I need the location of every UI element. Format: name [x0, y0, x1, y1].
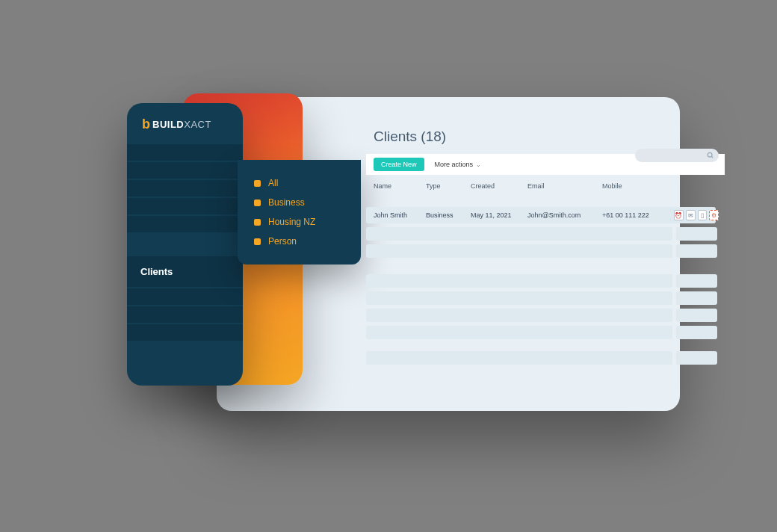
brand-icon: b: [142, 117, 150, 132]
cell-created: May 11, 2021: [471, 211, 527, 219]
more-actions-dropdown[interactable]: More actions ⌄: [435, 161, 482, 168]
svg-line-1: [711, 156, 713, 158]
row-actions-placeholder: [676, 351, 717, 365]
sidebar-nav: Clients: [127, 144, 243, 342]
row-actions-placeholder: [676, 227, 717, 241]
row-actions-placeholder: [676, 291, 717, 305]
column-header-created[interactable]: Created: [471, 182, 527, 190]
cell-mobile: +61 00 111 222: [602, 211, 669, 219]
sidebar-item-placeholder[interactable]: [127, 180, 243, 197]
folder-icon: [254, 219, 261, 226]
sidebar-item-placeholder[interactable]: [127, 162, 243, 179]
table-row-empty: [366, 244, 672, 258]
folder-icon: [254, 238, 261, 245]
sidebar-item-placeholder[interactable]: [127, 216, 243, 232]
search-input[interactable]: [635, 149, 719, 162]
row-actions: ⏰ ✉ ▯ ⚙: [674, 207, 719, 223]
search-icon: [707, 152, 714, 159]
folder-icon: [254, 200, 261, 206]
page-title: Clients (18): [374, 129, 446, 145]
create-new-button[interactable]: Create New: [374, 158, 424, 171]
mobile-icon[interactable]: ▯: [698, 210, 708, 220]
brand-logo: b BUILDXACT: [127, 103, 243, 144]
message-icon[interactable]: ✉: [686, 210, 696, 220]
table-row-empty: [366, 351, 672, 365]
sidebar-item-clients[interactable]: Clients: [127, 256, 243, 287]
cell-type: Business: [426, 211, 471, 219]
submenu-item-person[interactable]: Person: [254, 232, 344, 251]
brand-name: BUILDXACT: [152, 119, 211, 130]
more-actions-label: More actions: [435, 161, 474, 168]
table-row[interactable]: John Smith Business May 11, 2021 John@Sm…: [366, 207, 716, 223]
submenu-item-housing-nz[interactable]: Housing NZ: [254, 212, 344, 232]
table-row-empty: [366, 326, 672, 339]
submenu-item-business[interactable]: Business: [254, 193, 344, 212]
row-actions-placeholder: [676, 244, 717, 258]
submenu-label: All: [268, 178, 278, 188]
column-header-name[interactable]: Name: [374, 182, 426, 190]
submenu-label: Housing NZ: [268, 217, 315, 227]
cell-name: John Smith: [374, 211, 426, 219]
table-row-empty: [366, 227, 672, 241]
table-header: Name Type Created Email Mobile: [366, 178, 716, 194]
sidebar-item-placeholder[interactable]: [127, 144, 243, 161]
sidebar-item-placeholder[interactable]: [127, 306, 243, 323]
table-row-empty: [366, 309, 672, 322]
sidebar: b BUILDXACT Clients: [127, 103, 243, 386]
chevron-down-icon: ⌄: [476, 161, 481, 168]
svg-point-0: [708, 152, 712, 157]
sidebar-item-placeholder[interactable]: [127, 288, 243, 305]
table-row-empty: [366, 291, 672, 305]
sidebar-item-placeholder[interactable]: [127, 198, 243, 214]
submenu-label: Person: [268, 236, 297, 247]
cell-email: John@Smith.com: [527, 211, 602, 219]
column-header-email[interactable]: Email: [527, 182, 602, 190]
column-header-mobile[interactable]: Mobile: [602, 182, 669, 190]
settings-icon[interactable]: ⚙: [709, 210, 719, 220]
folder-icon: [254, 180, 261, 187]
row-actions-placeholder: [676, 309, 717, 322]
column-header-type[interactable]: Type: [426, 182, 471, 190]
reminder-icon[interactable]: ⏰: [674, 210, 684, 220]
row-actions-placeholder: [676, 326, 717, 339]
sidebar-item-placeholder[interactable]: [127, 324, 243, 341]
submenu-item-all[interactable]: All: [254, 173, 344, 193]
table-row-empty: [366, 274, 672, 288]
submenu-label: Business: [268, 197, 305, 208]
row-actions-placeholder: [676, 274, 717, 288]
clients-submenu: All Business Housing NZ Person: [238, 160, 361, 265]
